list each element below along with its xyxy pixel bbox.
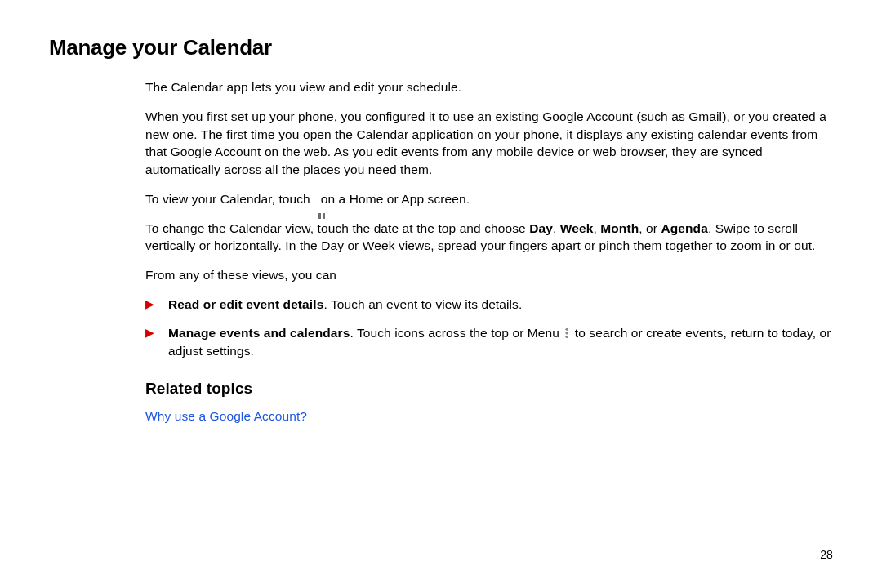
agenda-label: Agenda xyxy=(661,221,707,235)
from-any-paragraph: From any of these views, you can xyxy=(145,266,831,284)
view-cal-before: To view your Calendar, touch xyxy=(145,192,314,206)
bullet-rest: . Touch an event to view its details. xyxy=(323,297,522,311)
change-view-paragraph: To change the Calendar view, touch the d… xyxy=(145,220,831,255)
sep2: , xyxy=(593,221,600,235)
related-topics-heading: Related topics xyxy=(145,378,831,400)
sep3: , or xyxy=(639,221,661,235)
menu-overflow-icon xyxy=(565,327,568,339)
page-title: Manage your Calendar xyxy=(49,33,833,62)
month-label: Month xyxy=(600,221,639,235)
bullet-bold: Manage events and calendars xyxy=(168,326,350,340)
intro-paragraph: The Calendar app lets you view and edit … xyxy=(145,78,831,96)
related-link-row: Why use a Google Account? xyxy=(145,408,831,425)
bullet-item-manage: Manage events and calendars. Touch icons… xyxy=(145,324,831,359)
bullet-bold: Read or edit event details xyxy=(168,297,323,311)
week-label: Week xyxy=(560,221,594,235)
view-calendar-paragraph: To view your Calendar, touch on a Home o… xyxy=(145,190,831,208)
bullet-list: Read or edit event details. Touch an eve… xyxy=(145,296,831,360)
sep1: , xyxy=(553,221,560,235)
body-column: The Calendar app lets you view and edit … xyxy=(145,78,831,425)
setup-paragraph: When you first set up your phone, you co… xyxy=(145,108,831,179)
why-google-account-link[interactable]: Why use a Google Account? xyxy=(145,409,307,423)
bullet-item-read: Read or edit event details. Touch an eve… xyxy=(145,296,831,314)
page-number: 28 xyxy=(820,547,833,564)
bullet-rest-1: . Touch icons across the top or Menu xyxy=(350,326,563,340)
document-page: Manage your Calendar The Calendar app le… xyxy=(0,0,882,588)
change-view-prefix: To change the Calendar view, touch the d… xyxy=(145,221,529,235)
view-cal-after: on a Home or App screen. xyxy=(321,192,470,206)
day-label: Day xyxy=(529,221,553,235)
